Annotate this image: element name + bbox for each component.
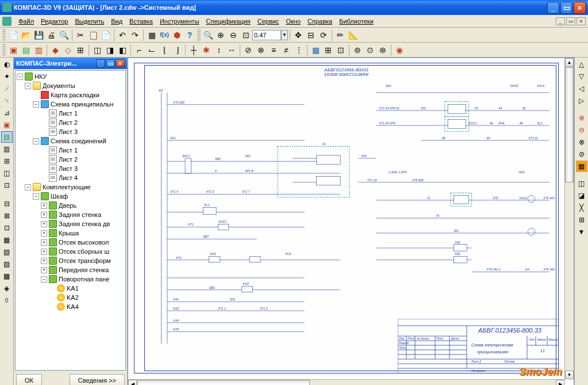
open-button[interactable]: 📂 <box>20 29 32 41</box>
lt1-5[interactable]: ⊿ <box>1 107 13 119</box>
tree-schema2[interactable]: −Схема соединений <box>17 136 124 146</box>
tree-ka2[interactable]: KA2 <box>17 293 124 302</box>
info-button[interactable]: Сведения >> <box>70 374 125 385</box>
new-button[interactable]: 📄 <box>7 29 20 41</box>
tree-sb[interactable]: +Отсек сборных ш <box>17 247 124 256</box>
scroll-thumb-h[interactable] <box>137 380 310 385</box>
rt1-1[interactable]: △ <box>576 59 587 70</box>
et-17[interactable]: ↔ <box>225 44 238 56</box>
tree-door[interactable]: +Дверь <box>17 201 124 210</box>
maximize-button[interactable]: ▭ <box>560 2 572 14</box>
tree-minimize[interactable]: _ <box>96 59 105 67</box>
et-9[interactable]: ◧ <box>116 44 129 56</box>
tree-front[interactable]: +Передняя стенка <box>17 265 124 275</box>
menu-spec[interactable]: Спецификация <box>203 16 254 26</box>
tree-trans[interactable]: +Отсек трансформ <box>17 256 124 265</box>
zoom-window-button[interactable]: 🔍 <box>202 29 214 41</box>
et-16[interactable]: ↕ <box>213 44 225 56</box>
et-15[interactable]: ✱ <box>200 44 213 56</box>
rt1-14[interactable]: ▼ <box>576 226 587 238</box>
rt1-12[interactable]: ╳ <box>576 202 587 214</box>
rt1-8[interactable]: ⊘ <box>576 148 587 160</box>
et-23[interactable]: ▦ <box>309 44 322 56</box>
et-4[interactable]: ◆ <box>49 44 62 56</box>
menu-view[interactable]: Вид <box>107 16 126 26</box>
rt1-4[interactable]: ▷ <box>576 95 587 106</box>
tree-swivel[interactable]: −Поворотная пане <box>17 275 124 284</box>
print-button[interactable]: 🖨 <box>45 29 57 41</box>
lt1-19[interactable]: ◈ <box>1 283 13 294</box>
preview-button[interactable]: 🔍 <box>57 29 70 41</box>
menu-file[interactable]: Файл <box>15 16 37 26</box>
tree-hv[interactable]: +Отсек высоковол <box>17 238 124 247</box>
et-6[interactable]: ⊞ <box>74 44 87 56</box>
refresh-button[interactable]: ⟳ <box>317 29 330 41</box>
et-11[interactable]: ⌙ <box>145 44 158 56</box>
et-14[interactable]: ┼ <box>187 44 200 56</box>
et-21[interactable]: ≠ <box>280 44 293 56</box>
lt1-9[interactable]: ⊞ <box>1 155 13 167</box>
et-27[interactable]: ⊙ <box>364 44 376 56</box>
mdi-close[interactable]: × <box>577 17 586 25</box>
tree-close[interactable]: × <box>116 59 125 67</box>
rt1-9[interactable]: ▦ <box>576 161 587 172</box>
rt1-6[interactable]: ⊖ <box>576 124 587 136</box>
tree-docs[interactable]: −Документы <box>17 81 124 90</box>
tree-back2[interactable]: +Задняя стенка дв <box>17 219 124 228</box>
menu-select[interactable]: Выделить <box>71 16 107 26</box>
xk-button[interactable]: ОК <box>16 374 42 385</box>
et-26[interactable]: ⊚ <box>351 44 364 56</box>
tree-cabinet[interactable]: −Шкаф <box>17 192 124 201</box>
menu-window[interactable]: Окно <box>282 16 304 26</box>
tree-ka4[interactable]: KA4 <box>17 302 124 311</box>
menu-lib[interactable]: Библиотеки <box>336 16 377 26</box>
lt1-1[interactable]: ◐ <box>1 59 13 70</box>
et-29[interactable]: ◉ <box>393 44 406 56</box>
et-3[interactable]: ▥ <box>32 44 45 56</box>
lt1-16[interactable]: ▧ <box>1 246 13 258</box>
scrollbar-vertical[interactable]: ▲ ▼ <box>564 58 574 379</box>
paste-button[interactable]: 📄 <box>99 29 112 41</box>
lt1-8[interactable]: ▥ <box>1 143 13 155</box>
tree-s2-sheet1[interactable]: Лист 1 <box>17 146 124 155</box>
scroll-thumb-v[interactable] <box>565 67 574 182</box>
props-button[interactable]: ▦ <box>145 29 158 41</box>
lt1-6[interactable]: ▣ <box>1 119 13 131</box>
zoom-in-button[interactable]: ⊕ <box>214 29 227 41</box>
tree-root[interactable]: −НКУ <box>17 72 124 81</box>
tree-body[interactable]: −НКУ −Документы Карта раскладки −Схема п… <box>15 70 126 371</box>
cut-button[interactable]: ✂ <box>74 29 87 41</box>
rt1-13[interactable]: ⊞ <box>576 214 587 226</box>
menu-tools[interactable]: Инструменты <box>156 16 203 26</box>
et-12[interactable]: ⌊ <box>158 44 171 56</box>
tool-a-button[interactable]: ✏ <box>334 29 347 41</box>
et-7[interactable]: ◫ <box>91 44 103 56</box>
mdi-minimize[interactable]: _ <box>556 17 565 25</box>
lt1-18[interactable]: ▩ <box>1 270 13 282</box>
toolbar-handle[interactable] <box>2 29 6 41</box>
tree-s2-sheet4[interactable]: Лист 4 <box>17 173 124 182</box>
scroll-up[interactable]: ▲ <box>565 58 574 67</box>
lt1-17[interactable]: ▨ <box>1 258 13 270</box>
tree-ka1[interactable]: KA1 <box>17 284 124 293</box>
fx-button[interactable]: f(x) <box>158 29 171 41</box>
et-19[interactable]: ⊗ <box>255 44 267 56</box>
lt1-14[interactable]: ⊡ <box>1 222 13 234</box>
zoom-input[interactable] <box>252 30 281 40</box>
scroll-left[interactable]: ◀ <box>128 380 137 385</box>
tree-s2-sheet2[interactable]: Лист 2 <box>17 155 124 164</box>
et-2[interactable]: ▤ <box>20 44 32 56</box>
toolbar-handle[interactable] <box>197 29 201 41</box>
lt1-7[interactable]: ▤ <box>1 131 13 143</box>
et-28[interactable]: ⊛ <box>376 44 389 56</box>
zoom-fit-button[interactable]: ⊡ <box>240 29 252 41</box>
lt1-13[interactable]: ⊠ <box>1 210 13 222</box>
redo-button[interactable]: ↷ <box>129 29 141 41</box>
zoom-dropdown[interactable]: ▼ <box>281 30 288 40</box>
lt1-11[interactable]: ⊡ <box>1 180 13 191</box>
minimize-button[interactable]: _ <box>547 2 559 14</box>
tool-b-button[interactable]: 📐 <box>347 29 359 41</box>
et-10[interactable]: ⌐ <box>133 44 145 56</box>
tree-components[interactable]: −Комплектующие <box>17 182 124 192</box>
et-13[interactable]: ⌋ <box>171 44 183 56</box>
